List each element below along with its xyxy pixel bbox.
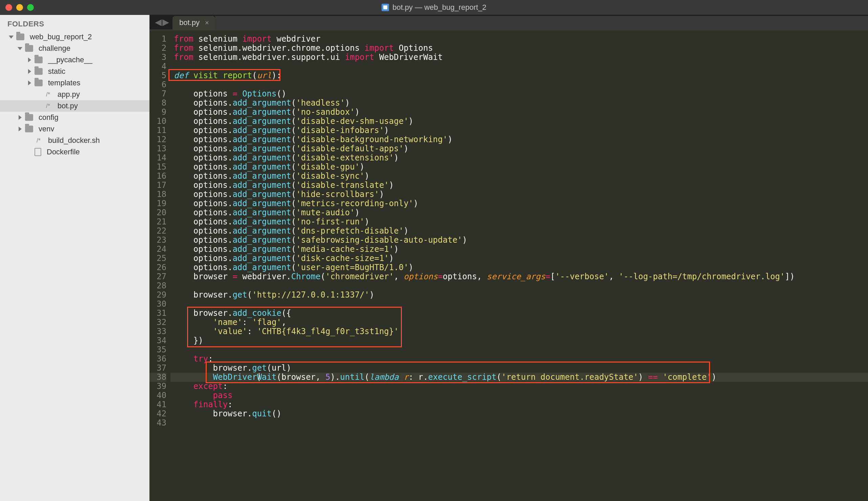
- code-line-29[interactable]: browser.get('http://127.0.0.1:1337/'): [174, 290, 868, 300]
- code-line-8[interactable]: options.add_argument('headless'): [174, 98, 868, 108]
- tree-item-templates[interactable]: templates: [0, 77, 149, 89]
- code-line-3[interactable]: from selenium.webdriver.support.ui impor…: [174, 53, 868, 62]
- code-area[interactable]: 1234567891011121314151617181920212223242…: [150, 31, 868, 501]
- zoom-window-button[interactable]: [27, 4, 34, 11]
- code-line-39[interactable]: except:: [174, 382, 868, 391]
- code-line-6[interactable]: [174, 80, 868, 89]
- code-line-19[interactable]: options.add_argument('metrics-recording-…: [174, 199, 868, 208]
- line-number: 19: [150, 199, 166, 208]
- line-number: 37: [150, 364, 166, 373]
- code-line-9[interactable]: options.add_argument('no-sandbox'): [174, 108, 868, 117]
- tree-item-label: static: [48, 67, 65, 76]
- source-file-icon: /*: [44, 103, 52, 110]
- folder-icon: [34, 79, 43, 86]
- tree-item-label: web_bug_report_2: [30, 32, 92, 41]
- tree-item-venv[interactable]: venv: [0, 123, 149, 135]
- chevron-right-icon[interactable]: [27, 57, 32, 62]
- code-line-35[interactable]: [174, 345, 868, 354]
- line-number: 1: [150, 34, 166, 44]
- code-line-24[interactable]: options.add_argument('media-cache-size=1…: [174, 245, 868, 254]
- code-line-30[interactable]: [174, 300, 868, 309]
- code-content[interactable]: from selenium import webdriverfrom selen…: [171, 31, 868, 501]
- code-line-12[interactable]: options.add_argument('disable-background…: [174, 135, 868, 144]
- code-line-43[interactable]: [174, 418, 868, 428]
- code-line-11[interactable]: options.add_argument('disable-infobars'): [174, 126, 868, 135]
- folder-icon: [16, 33, 24, 40]
- tree-item-label: build_docker.sh: [48, 136, 100, 145]
- chevron-right-icon[interactable]: [18, 127, 22, 131]
- tree-item-build-docker-sh[interactable]: /*build_docker.sh: [0, 135, 149, 146]
- line-number: 40: [150, 391, 166, 400]
- line-number: 15: [150, 162, 166, 172]
- code-line-17[interactable]: options.add_argument('disable-translate'…: [174, 181, 868, 190]
- line-number: 9: [150, 108, 166, 117]
- code-line-21[interactable]: options.add_argument('no-first-run'): [174, 217, 868, 226]
- code-line-40[interactable]: pass: [174, 391, 868, 400]
- line-number: 27: [150, 272, 166, 281]
- tree-item-static[interactable]: static: [0, 66, 149, 77]
- code-line-14[interactable]: options.add_argument('disable-extensions…: [174, 153, 868, 162]
- tab-bot-py[interactable]: bot.py ×: [173, 16, 215, 30]
- chevron-right-icon[interactable]: [27, 69, 32, 74]
- code-line-36[interactable]: try:: [174, 354, 868, 364]
- code-line-7[interactable]: options = Options(): [174, 89, 868, 98]
- code-line-16[interactable]: options.add_argument('disable-sync'): [174, 172, 868, 181]
- folder-icon: [34, 56, 43, 63]
- code-line-1[interactable]: from selenium import webdriver: [174, 34, 868, 44]
- titlebar: bot.py — web_bug_report_2: [0, 0, 868, 15]
- code-line-20[interactable]: options.add_argument('mute-audio'): [174, 208, 868, 217]
- code-line-32[interactable]: 'name': 'flag',: [174, 318, 868, 327]
- code-line-25[interactable]: options.add_argument('disk-cache-size=1'…: [174, 254, 868, 263]
- code-line-2[interactable]: from selenium.webdriver.chrome.options i…: [174, 44, 868, 53]
- code-line-37[interactable]: browser.get(url): [174, 364, 868, 373]
- line-number: 18: [150, 190, 166, 199]
- code-line-5[interactable]: def visit_report(url):: [174, 71, 868, 80]
- close-window-button[interactable]: [6, 4, 12, 11]
- tree-item--pycache-[interactable]: __pycache__: [0, 54, 149, 66]
- code-line-38[interactable]: WebDriverWait(browser, 5).until(lambda r…: [174, 373, 868, 382]
- chevron-right-icon[interactable]: [27, 81, 32, 85]
- nav-back-icon[interactable]: ◀: [155, 17, 162, 28]
- source-file-icon: /*: [34, 137, 43, 144]
- code-line-10[interactable]: options.add_argument('disable-dev-shm-us…: [174, 117, 868, 126]
- tree-item-dockerfile[interactable]: Dockerfile: [0, 146, 149, 158]
- minimize-window-button[interactable]: [16, 4, 23, 11]
- line-number: 14: [150, 153, 166, 162]
- tree-item-label: config: [39, 113, 58, 122]
- code-line-15[interactable]: options.add_argument('disable-gpu'): [174, 162, 868, 172]
- code-line-26[interactable]: options.add_argument('user-agent=BugHTB/…: [174, 263, 868, 272]
- chevron-down-icon[interactable]: [18, 46, 22, 51]
- code-line-27[interactable]: browser = webdriver.Chrome('chromedriver…: [174, 272, 868, 281]
- line-number: 38: [150, 373, 166, 382]
- line-number: 17: [150, 181, 166, 190]
- code-line-22[interactable]: options.add_argument('dns-prefetch-disab…: [174, 226, 868, 236]
- tree-item-bot-py[interactable]: /*bot.py: [0, 100, 149, 112]
- tab-label: bot.py: [179, 18, 200, 27]
- code-line-42[interactable]: browser.quit(): [174, 409, 868, 418]
- folder-icon: [25, 114, 33, 121]
- close-tab-icon[interactable]: ×: [205, 19, 209, 27]
- tabbar-space: [215, 16, 868, 30]
- tree-item-challenge[interactable]: challenge: [0, 43, 149, 54]
- file-icon: [34, 148, 41, 156]
- code-line-18[interactable]: options.add_argument('hide-scrollbars'): [174, 190, 868, 199]
- code-line-23[interactable]: options.add_argument('safebrowsing-disab…: [174, 236, 868, 245]
- code-line-13[interactable]: options.add_argument('disable-default-ap…: [174, 144, 868, 153]
- tree-item-config[interactable]: config: [0, 112, 149, 123]
- code-line-34[interactable]: }): [174, 336, 868, 345]
- code-line-33[interactable]: 'value': 'CHTB{f4k3_fl4g_f0r_t3st1ng}': [174, 327, 868, 336]
- line-number: 36: [150, 354, 166, 364]
- line-number: 23: [150, 236, 166, 245]
- tree-item-app-py[interactable]: /*app.py: [0, 89, 149, 100]
- tree-item-web-bug-report-2[interactable]: web_bug_report_2: [0, 31, 149, 43]
- line-number: 26: [150, 263, 166, 272]
- code-line-41[interactable]: finally:: [174, 400, 868, 409]
- tree-item-label: templates: [48, 78, 80, 87]
- tab-nav-arrows: ◀ ▶: [152, 17, 173, 30]
- code-line-31[interactable]: browser.add_cookie({: [174, 309, 868, 318]
- chevron-right-icon[interactable]: [18, 115, 22, 120]
- nav-forward-icon[interactable]: ▶: [162, 17, 169, 28]
- code-line-28[interactable]: [174, 281, 868, 290]
- chevron-down-icon[interactable]: [9, 34, 13, 39]
- code-line-4[interactable]: [174, 62, 868, 71]
